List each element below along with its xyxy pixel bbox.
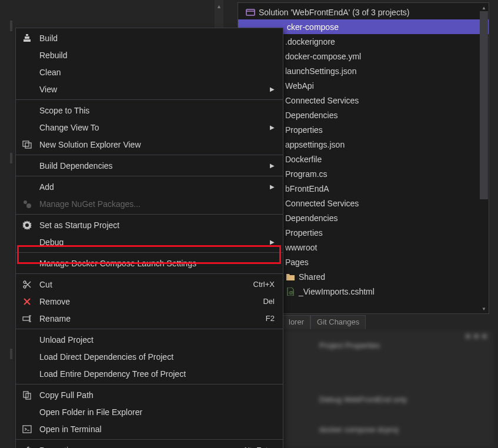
menu-unload-project[interactable]: Unload Project [16, 331, 283, 348]
tree-label: .dockerignore [285, 37, 335, 46]
tree-label: Dependencies [285, 213, 338, 223]
menu-label: Manage Docker Compose Launch Settings [39, 259, 196, 268]
menu-label: Load Direct Dependencies of Project [39, 352, 173, 362]
menu-label: Load Entire Dependency Tree of Project [39, 369, 186, 379]
menu-shortcut: Del [263, 297, 275, 306]
tree-label: Shared [299, 272, 325, 282]
menu-properties[interactable]: Properties Alt+Enter [16, 442, 283, 448]
menu-label: Remove [39, 297, 70, 306]
menu-separator [16, 273, 283, 274]
solution-root[interactable]: Solution 'WebFrontEndA' (3 of 3 projects… [238, 5, 489, 19]
menu-shortcut: Alt+Enter [243, 446, 275, 448]
menu-open-terminal[interactable]: Open in Terminal [16, 420, 283, 437]
menu-label: Build [39, 34, 58, 43]
menu-shortcut: F2 [266, 314, 275, 323]
line-marker [10, 21, 12, 31]
tree-label: Dockerfile [285, 155, 322, 164]
menu-build-dependencies[interactable]: Build Dependencies▶ [16, 157, 283, 174]
menu-label: Scope to This [39, 106, 89, 115]
menu-label: Rebuild [39, 51, 67, 60]
tree-label: Connected Services [285, 96, 359, 105]
menu-separator [16, 155, 283, 155]
menu-manage-docker[interactable]: Manage Docker Compose Launch Settings [16, 255, 283, 272]
chevron-right-icon: ▶ [270, 183, 275, 190]
chevron-right-icon: ▶ [270, 124, 275, 131]
menu-change-view-to[interactable]: Change View To▶ [16, 119, 283, 136]
tree-label: Properties [285, 228, 323, 238]
scroll-up-icon[interactable]: ▲ [215, 2, 223, 11]
copy-icon [22, 390, 32, 400]
tree-label: Pages [285, 258, 309, 267]
tree-label: cker-compose [287, 22, 339, 32]
menu-label: Set as Startup Project [39, 220, 119, 230]
svg-point-8 [24, 200, 27, 204]
menu-separator [16, 384, 283, 385]
menu-label: Debug [39, 238, 63, 247]
svg-rect-7 [25, 143, 31, 148]
svg-point-12 [24, 281, 26, 283]
menu-label: View [39, 85, 57, 94]
tree-label: wwwroot [285, 243, 317, 252]
menu-add[interactable]: Add▶ [16, 178, 283, 195]
menu-load-direct[interactable]: Load Direct Dependencies of Project [16, 348, 283, 365]
menu-label: Properties [39, 446, 77, 449]
menu-cut[interactable]: Cut Ctrl+X [16, 276, 283, 293]
nuget-icon [22, 199, 32, 209]
menu-manage-nuget: Manage NuGet Packages... [16, 195, 283, 212]
menu-separator [16, 439, 283, 440]
menu-label: Open Folder in File Explorer [39, 407, 142, 417]
menu-load-entire[interactable]: Load Entire Dependency Tree of Project [16, 365, 283, 382]
chevron-right-icon: ▶ [270, 239, 275, 245]
menu-label: Add [39, 182, 54, 192]
menu-copy-full-path[interactable]: Copy Full Path [16, 386, 283, 403]
menu-separator [16, 176, 283, 176]
build-icon [22, 33, 32, 44]
x-icon [22, 296, 32, 307]
tree-label: _ViewImports.cshtml [299, 287, 375, 296]
line-marker [10, 349, 12, 359]
menu-label: Manage NuGet Packages... [39, 199, 141, 209]
menu-shortcut: Ctrl+X [253, 280, 275, 289]
menu-build[interactable]: Build [16, 29, 283, 46]
menu-label: New Solution Explorer View [39, 140, 141, 149]
svg-point-9 [26, 203, 31, 208]
menu-label: Rename [39, 314, 71, 323]
menu-scope-to-this[interactable]: Scope to This [16, 102, 283, 119]
line-marker [10, 153, 12, 163]
menu-set-startup[interactable]: Set as Startup Project [16, 216, 283, 233]
menu-label: Unload Project [39, 335, 93, 345]
menu-rebuild[interactable]: Rebuild [16, 46, 283, 63]
tree-label: launchSettings.json [285, 66, 356, 76]
tree-label: WebApi [285, 81, 314, 91]
file-icon: @ [285, 286, 296, 297]
menu-remove[interactable]: Remove Del [16, 293, 283, 310]
tree-label: Connected Services [285, 199, 359, 208]
menu-label: Cut [39, 280, 52, 289]
window-icon [22, 139, 32, 150]
menu-view[interactable]: View▶ [16, 81, 283, 98]
menu-separator [16, 252, 283, 253]
menu-open-explorer[interactable]: Open Folder in File Explorer [16, 403, 283, 420]
scroll-down-icon[interactable]: ▼ [480, 305, 488, 312]
menu-clean[interactable]: Clean [16, 63, 283, 81]
svg-rect-3 [24, 39, 31, 42]
menu-new-solution-explorer[interactable]: New Solution Explorer View [16, 136, 283, 153]
tab-git-changes[interactable]: Git Changes [310, 315, 366, 329]
wrench-icon [22, 445, 32, 449]
menu-separator [16, 329, 283, 329]
scroll-up-icon[interactable]: ▲ [480, 4, 488, 11]
scrollbar-thumb[interactable] [480, 11, 488, 199]
chevron-right-icon: ▶ [270, 162, 275, 169]
menu-label: Open in Terminal [39, 424, 102, 434]
solution-title: Solution 'WebFrontEndA' (3 of 3 projects… [259, 8, 409, 17]
menu-debug[interactable]: Debug▶ [16, 233, 283, 250]
menu-rename[interactable]: Rename F2 [16, 310, 283, 327]
tree-label: Program.cs [285, 169, 327, 179]
rename-icon [22, 313, 32, 324]
svg-point-11 [24, 286, 26, 288]
gear-icon [22, 220, 32, 230]
menu-separator [16, 99, 283, 100]
context-menu: Build Rebuild Clean View▶ Scope to This … [15, 28, 283, 448]
tab-explorer[interactable]: lorer [282, 315, 310, 329]
menu-label: Clean [39, 68, 61, 77]
